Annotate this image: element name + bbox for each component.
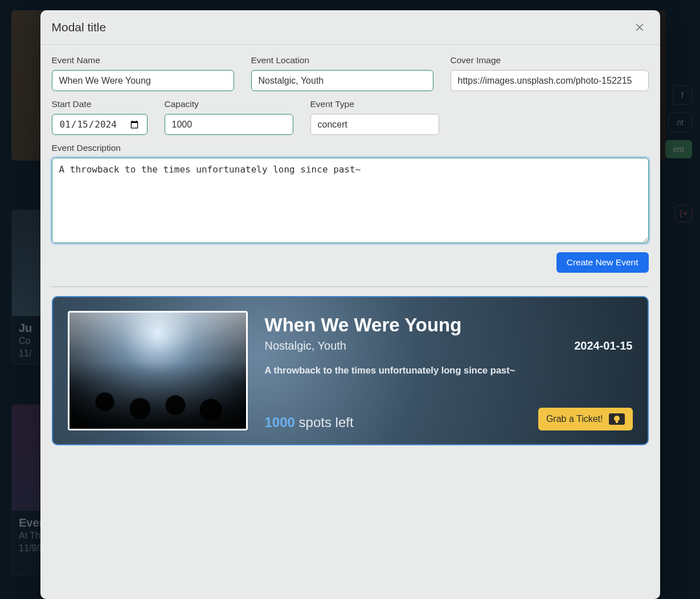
start-date-input[interactable] bbox=[52, 114, 148, 135]
label-start-date: Start Date bbox=[52, 99, 148, 109]
preview-location: Nostalgic, Youth bbox=[265, 339, 346, 352]
close-icon bbox=[634, 22, 645, 33]
event-location-input[interactable] bbox=[251, 70, 433, 91]
modal-body: Event Name Event Location Cover Image St… bbox=[40, 45, 660, 457]
label-event-description: Event Description bbox=[52, 143, 649, 153]
grab-ticket-label: Grab a Ticket! bbox=[546, 414, 603, 424]
preview-title: When We Were Young bbox=[265, 314, 633, 336]
divider bbox=[52, 286, 649, 287]
event-description-textarea[interactable] bbox=[52, 158, 649, 243]
create-event-button[interactable]: Create New Event bbox=[556, 252, 649, 273]
preview-spots-left: 1000 spots left bbox=[265, 415, 354, 430]
modal-title: Modal title bbox=[52, 20, 107, 34]
modal-overlay[interactable]: Modal title Event Name Event Location Co… bbox=[0, 0, 700, 599]
label-cover-image: Cover Image bbox=[451, 55, 649, 65]
label-event-name: Event Name bbox=[52, 55, 234, 65]
preview-date: 2024-01-15 bbox=[574, 339, 632, 352]
label-event-type: Event Type bbox=[310, 99, 439, 109]
create-event-modal: Modal title Event Name Event Location Co… bbox=[40, 10, 660, 599]
grab-ticket-button[interactable]: Grab a Ticket! bbox=[538, 408, 633, 430]
ticket-icon bbox=[609, 413, 625, 425]
preview-description: A throwback to the times unfortunately l… bbox=[265, 365, 633, 376]
modal-header: Modal title bbox=[40, 10, 660, 45]
capacity-input[interactable] bbox=[165, 114, 293, 135]
close-button[interactable] bbox=[631, 18, 649, 36]
event-preview-card: When We Were Young Nostalgic, Youth 2024… bbox=[52, 296, 649, 445]
event-type-input[interactable] bbox=[310, 114, 439, 135]
label-event-location: Event Location bbox=[251, 55, 433, 65]
event-name-input[interactable] bbox=[52, 70, 234, 91]
cover-image-input[interactable] bbox=[451, 70, 649, 91]
label-capacity: Capacity bbox=[165, 99, 293, 109]
preview-cover-image bbox=[68, 311, 248, 430]
